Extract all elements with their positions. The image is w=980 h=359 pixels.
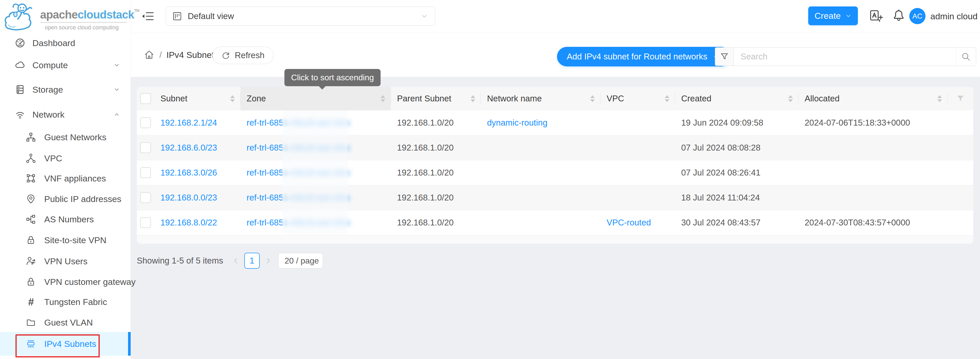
row-checkbox-cell	[137, 136, 154, 160]
cloudstack-logo[interactable]: apachecloudstackTM open source cloud com…	[2, 2, 130, 32]
home-icon[interactable]	[143, 49, 155, 61]
search-input[interactable]	[734, 48, 956, 65]
sidebar-item-site-to-site-vpn[interactable]: Site-to-site VPN	[0, 230, 130, 251]
breadcrumb-current-page: IPv4 Subnets	[166, 50, 218, 60]
row-checkbox[interactable]	[140, 167, 151, 178]
search-box	[715, 47, 976, 66]
refresh-button[interactable]: Refresh	[212, 46, 274, 64]
table-row[interactable]: 192.168.0.0/23 ref-trl-6851-kMu3t-awl-z9…	[137, 185, 973, 210]
column-header-zone[interactable]: Zone	[240, 87, 391, 110]
sidebar-item-vpn-users[interactable]: VPN Users	[0, 251, 130, 271]
selected-item-indicator	[128, 332, 130, 356]
table-footer-filler	[137, 235, 973, 244]
zone-link[interactable]: ref-trl-6851-kMu3t-awl-z9nx	[247, 143, 350, 153]
row-checkbox-cell	[137, 185, 154, 210]
table-row[interactable]: 192.168.6.0/23 ref-trl-6851-kMu3t-awl-z9…	[137, 136, 973, 160]
sidebar-item-vpc[interactable]: VPC	[0, 148, 130, 169]
column-header-parent-subnet[interactable]: Parent Subnet	[391, 87, 481, 110]
chevron-right-icon[interactable]	[264, 257, 272, 265]
subnet-link[interactable]: 192.168.0.0/23	[161, 193, 217, 203]
created-value: 07 Jul 2024 08:08:28	[681, 143, 760, 153]
row-checkbox[interactable]	[140, 117, 151, 128]
monkey-cloud-logo-icon	[3, 2, 39, 32]
funnel-icon	[720, 52, 729, 61]
folder-icon	[26, 317, 36, 328]
allocated-value: 2024-07-06T15:18:33+0000	[805, 118, 910, 128]
table-row[interactable]: 192.168.3.0/26 ref-trl-6851-kMu3t-awl-z9…	[137, 160, 973, 185]
view-select-value: Default view	[188, 11, 234, 21]
user-swap-icon	[26, 256, 36, 266]
create-button[interactable]: Create	[808, 6, 858, 25]
subnet-link[interactable]: 192.168.6.0/23	[161, 143, 217, 153]
created-value: 07 Jul 2024 08:26:41	[681, 168, 760, 177]
search-submit[interactable]	[956, 48, 976, 65]
redacted-text: kMu3t-awl-z9nx	[291, 193, 350, 202]
parent-subnet-value: 192.168.1.0/20	[397, 168, 453, 177]
sidebar-item-public-ip[interactable]: Public IP addresses	[0, 188, 130, 209]
pagination: Showing 1-5 of 5 items 1 20 / page	[137, 253, 323, 268]
sidebar-item-guest-networks[interactable]: Guest Networks	[0, 127, 130, 147]
user-menu[interactable]: admin cloud	[931, 0, 977, 33]
row-checkbox[interactable]	[140, 217, 151, 228]
column-header-subnet[interactable]: Subnet	[154, 87, 240, 110]
sidebar-item-as-numbers[interactable]: AS Numbers	[0, 209, 130, 230]
table-header-row: Subnet Zone Parent Subnet Network name V…	[137, 87, 973, 110]
sorter-icon	[590, 95, 595, 102]
sidebar-item-network[interactable]: Network	[0, 104, 130, 126]
add-ipv4-subnet-button[interactable]: Add IPv4 subnet for Routed networks	[557, 47, 731, 66]
menu-fold-icon[interactable]	[142, 10, 154, 22]
row-checkbox[interactable]	[140, 142, 151, 153]
dashboard-icon	[14, 37, 26, 49]
project-icon	[172, 11, 182, 21]
apartment-icon	[26, 132, 36, 142]
column-header-vpc[interactable]: VPC	[600, 87, 675, 110]
page-size-select[interactable]: 20 / page	[278, 253, 323, 268]
column-header-allocated[interactable]: Allocated	[799, 87, 948, 110]
zone-link[interactable]: ref-trl-6851-kMu3t-awl-z9nx	[247, 168, 350, 177]
column-header-created[interactable]: Created	[675, 87, 799, 110]
pin-icon	[26, 194, 36, 204]
table-row[interactable]: 192.168.2.1/24 ref-trl-6851-kMu3t-awl-z9…	[137, 110, 973, 136]
network-name-link[interactable]: dynamic-routing	[487, 118, 547, 128]
view-select[interactable]: Default view	[166, 7, 435, 26]
subnet-link[interactable]: 192.168.3.0/26	[161, 168, 217, 177]
redacted-text: kMu3t-awl-z9nx	[291, 168, 350, 177]
table-filter-cell[interactable]	[948, 87, 973, 110]
sidebar-item-tungsten-fabric[interactable]: # Tungsten Fabric	[0, 292, 130, 312]
table-row[interactable]: 192.168.8.0/22 ref-trl-6851-kMu3t-awl-z9…	[137, 210, 973, 235]
user-avatar[interactable]: AC	[909, 8, 926, 24]
sidebar-item-guest-vlan[interactable]: Guest VLAN	[0, 312, 130, 333]
sidebar-item-compute[interactable]: Compute	[0, 54, 130, 76]
subnet-link[interactable]: 192.168.2.1/24	[161, 118, 217, 128]
notifications-bell-icon[interactable]	[892, 8, 906, 22]
subnet-link[interactable]: 192.168.8.0/22	[161, 218, 217, 228]
page-number-button[interactable]: 1	[244, 253, 260, 269]
row-checkbox[interactable]	[140, 192, 151, 203]
subnets-table: Subnet Zone Parent Subnet Network name V…	[137, 87, 973, 244]
sorter-icon	[937, 95, 942, 102]
sidebar-item-vnf-appliances[interactable]: VNF appliances	[0, 168, 130, 188]
vpc-link[interactable]: VPC-routed	[607, 218, 651, 228]
search-filter-addon[interactable]	[715, 48, 734, 65]
chevron-left-icon[interactable]	[232, 257, 240, 265]
sidebar-item-vpn-customer-gateway[interactable]: VPN customer gateway	[0, 271, 130, 292]
lock-icon	[26, 235, 36, 245]
sidebar: apachecloudstackTM open source cloud com…	[0, 0, 131, 359]
parent-subnet-value: 192.168.1.0/20	[397, 218, 453, 228]
cluster-icon	[26, 214, 36, 224]
zone-link[interactable]: ref-trl-6851-kMu3t-awl-z9nx	[247, 118, 350, 128]
created-value: 18 Jul 2024 11:04:24	[681, 193, 760, 203]
wifi-icon	[14, 109, 26, 120]
sidebar-item-storage[interactable]: Storage	[0, 78, 130, 101]
zone-link[interactable]: ref-trl-6851-kMu3t-awl-z9nx	[247, 218, 350, 228]
reload-icon	[221, 51, 230, 60]
sidebar-item-dashboard[interactable]: Dashboard	[0, 32, 130, 54]
select-all-checkbox[interactable]	[140, 93, 151, 104]
chevron-down-icon	[420, 12, 428, 20]
zone-link[interactable]: ref-trl-6851-kMu3t-awl-z9nx	[247, 193, 350, 203]
row-checkbox-cell	[137, 110, 154, 135]
column-header-network-name[interactable]: Network name	[481, 87, 600, 110]
parent-subnet-value: 192.168.1.0/20	[397, 118, 453, 128]
share-icon	[26, 153, 36, 163]
translate-icon[interactable]	[869, 9, 883, 23]
